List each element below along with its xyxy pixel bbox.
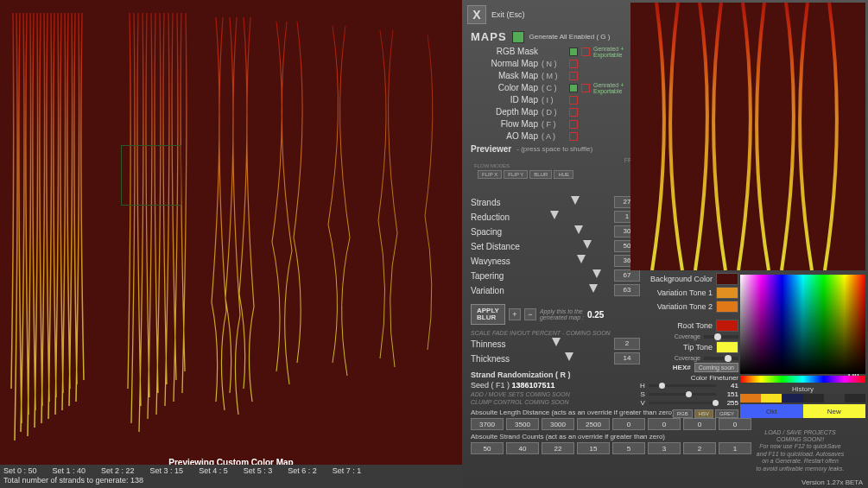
blur-plus[interactable]: +	[509, 308, 521, 320]
mode-rgb[interactable]: RGB	[673, 409, 693, 418]
hue-slider[interactable]	[649, 384, 717, 387]
map-toggle[interactable]	[581, 84, 590, 92]
map-color[interactable]: Color Map	[471, 83, 538, 92]
map-depth[interactable]: Depth Map	[471, 107, 538, 117]
map-toggle[interactable]	[569, 132, 578, 141]
map-rgb-mask[interactable]: RGB Mask	[471, 47, 538, 56]
grid-icon[interactable]	[569, 48, 578, 56]
tone1-swatch[interactable]	[716, 287, 738, 299]
variation-slider[interactable]	[547, 286, 607, 295]
setdist-slider[interactable]	[547, 242, 607, 250]
abs-length-2[interactable]	[542, 418, 574, 430]
map-normal[interactable]: Normal Map	[471, 59, 538, 68]
maps-heading: MAPS	[471, 30, 507, 43]
control-panel: X Exit (Esc) ( S ) Export ALL Generated …	[462, 0, 868, 488]
abs-length-1[interactable]	[506, 418, 539, 430]
set-count-4: Set 4 : 5	[199, 466, 228, 477]
set-count-1: Set 1 : 40	[53, 466, 86, 477]
exit-link[interactable]: Exit (Esc)	[491, 10, 525, 19]
sat-slider[interactable]	[649, 393, 717, 396]
thickness-slider[interactable]	[547, 354, 607, 363]
set-count-6: Set 6 : 2	[288, 466, 317, 477]
abs-count-5[interactable]	[648, 442, 681, 454]
generate-all-button[interactable]: Generate All Enabled ( G )	[529, 33, 611, 41]
preview-viewport[interactable]: Previewing Custom Color Map Set 0 : 50 S…	[0, 0, 462, 488]
thinness-slider[interactable]	[547, 339, 607, 348]
tip-swatch[interactable]	[716, 341, 738, 353]
status-bar: Set 0 : 50 Set 1 : 40 Set 2 : 22 Set 3 :…	[0, 465, 462, 488]
map-mask[interactable]: Mask Map	[471, 71, 538, 80]
old-color[interactable]: Old	[740, 404, 803, 418]
set-count-7: Set 7 : 1	[333, 466, 362, 477]
set-count-0: Set 0 : 50	[3, 466, 37, 477]
history-swatch[interactable]	[740, 394, 761, 402]
map-id[interactable]: ID Map	[471, 95, 538, 105]
grid-icon[interactable]	[569, 84, 578, 92]
load-save-note: LOAD / SAVE PROJECTS COMING SOON!! For n…	[738, 429, 863, 472]
abs-length-5[interactable]	[648, 418, 681, 430]
history-swatch[interactable]	[782, 394, 802, 402]
close-button[interactable]: X	[467, 5, 486, 24]
mode-flipy[interactable]: FLIP Y	[504, 170, 528, 179]
abs-length-6[interactable]	[683, 418, 716, 430]
strand-preview-svg	[0, 0, 462, 449]
history-swatches	[740, 394, 865, 402]
apply-blur-button[interactable]: APPLY BLUR	[471, 304, 505, 325]
map-toggle[interactable]	[569, 108, 578, 117]
mode-hsv[interactable]: HSV	[694, 409, 713, 418]
history-swatch[interactable]	[824, 394, 845, 402]
map-flow[interactable]: Flow Map	[471, 119, 538, 129]
tone2-swatch[interactable]	[716, 301, 738, 313]
mode-flipx[interactable]: FLIP X	[478, 170, 502, 179]
map-toggle[interactable]	[569, 96, 578, 105]
abs-count-6[interactable]	[683, 442, 716, 454]
root-swatch[interactable]	[716, 320, 738, 332]
grid-icon[interactable]	[512, 31, 524, 43]
seed-value[interactable]: 1386107511	[512, 381, 555, 390]
previewer-label[interactable]: Previewer	[471, 144, 511, 154]
mode-blur[interactable]: BLUR	[529, 170, 552, 179]
val-slider[interactable]	[649, 402, 717, 404]
wavy-slider[interactable]	[547, 257, 607, 265]
new-color[interactable]: New	[803, 404, 866, 418]
abs-count-1[interactable]	[506, 442, 539, 454]
history-swatch[interactable]	[761, 394, 782, 402]
set-count-5: Set 5 : 3	[244, 466, 273, 477]
map-toggle[interactable]	[569, 60, 578, 68]
taper-slider[interactable]	[547, 271, 607, 280]
bg-color-swatch[interactable]	[716, 273, 738, 285]
map-toggle[interactable]	[569, 120, 578, 129]
total-strands-label: Total number of strands to generate: 138	[3, 476, 459, 486]
map-toggle[interactable]	[581, 48, 590, 56]
color-picker[interactable]	[740, 275, 865, 374]
reduction-slider[interactable]	[547, 212, 607, 221]
abs-length-4[interactable]	[612, 418, 645, 430]
abs-count-4[interactable]	[612, 442, 645, 454]
set-count-2: Set 2 : 22	[101, 466, 135, 477]
preview-thumbnail[interactable]	[630, 3, 865, 270]
version-label: Version 1.27x BETA	[801, 478, 863, 486]
set-count-3: Set 3 : 15	[150, 466, 184, 477]
abs-count-3[interactable]	[577, 442, 610, 454]
root-coverage-slider[interactable]	[704, 335, 738, 339]
hex-input[interactable]: Coming soon	[694, 363, 738, 372]
mode-hue[interactable]: HUE	[554, 170, 573, 179]
strands-slider[interactable]	[547, 198, 607, 206]
hue-strip[interactable]	[740, 376, 865, 383]
abs-count-2[interactable]	[542, 442, 574, 454]
selection-rectangle[interactable]	[121, 145, 181, 206]
blur-amount: 0.25	[587, 310, 604, 320]
blur-minus[interactable]: −	[524, 308, 536, 320]
abs-length-0[interactable]	[471, 418, 504, 430]
spacing-slider[interactable]	[547, 227, 607, 236]
tip-coverage-slider[interactable]	[704, 357, 738, 360]
map-toggle[interactable]	[569, 72, 578, 80]
randomization-label[interactable]: Strand Randomization ( R )	[471, 371, 571, 379]
map-ao[interactable]: AO Map	[471, 131, 538, 141]
history-swatch[interactable]	[803, 394, 824, 402]
history-swatch[interactable]	[845, 394, 865, 402]
mode-grey[interactable]: GREY	[715, 409, 738, 418]
abs-count-0[interactable]	[471, 442, 504, 454]
abs-length-3[interactable]	[577, 418, 610, 430]
